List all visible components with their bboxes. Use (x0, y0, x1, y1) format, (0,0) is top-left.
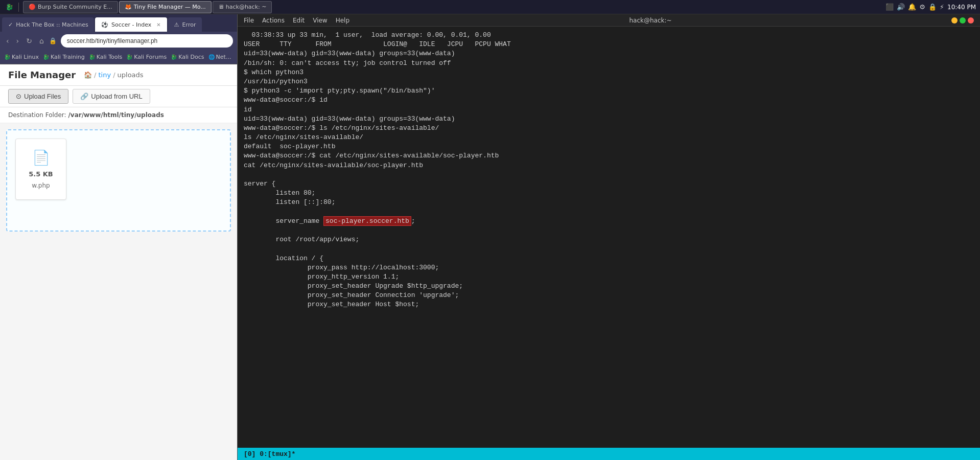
term-line-server-name: server_name soc-player.soccer.htb; (244, 217, 974, 226)
upload-dropzone[interactable]: 📄 5.5 KB w.php (6, 129, 231, 232)
settings-icon[interactable]: ⚙ (919, 3, 925, 11)
kali-training-icon: 🐉 (43, 54, 49, 60)
term-line-3: /bin/sh: 0: can't access tty; job contro… (244, 59, 974, 68)
term-line-25: proxy_pass http://localhost:3000; (244, 263, 974, 272)
close-btn[interactable] (968, 17, 974, 24)
file-name: w.php (32, 182, 50, 189)
terminal-body[interactable]: 03:38:33 up 33 min, 1 user, load average… (238, 27, 980, 448)
taskbar-btn-terminal[interactable]: 🖥 hack@hack: ~ (213, 1, 272, 13)
term-line-11: ls /etc/nginx/sites-available/ (244, 133, 974, 142)
address-input[interactable] (61, 34, 233, 48)
volume-icon[interactable]: 🔊 (897, 3, 905, 11)
tab-soccer[interactable]: ⚽ Soccer - Index ✕ (95, 17, 167, 32)
highlighted-server-name: soc-player.soccer.htb (323, 216, 411, 226)
breadcrumb-uploads: uploads (118, 71, 144, 79)
firefox-icon: 🦊 (125, 4, 132, 10)
taskbar-btn-firefox[interactable]: 🦊 Tiny File Manager — Mo... (119, 1, 212, 13)
term-line-2: uid=33(www-data) gid=33(www-data) groups… (244, 49, 974, 58)
kali-tools-icon: 🐉 (89, 54, 95, 60)
tab-close-soccer[interactable]: ✕ (156, 22, 160, 28)
terminal-statusbar: [0] 0:[tmux]* (238, 448, 980, 460)
notifications-icon[interactable]: 🔔 (908, 3, 916, 11)
window-controls (951, 17, 974, 24)
file-size: 5.5 KB (29, 170, 53, 178)
tab-favicon-soccer: ⚽ (101, 21, 108, 28)
nav-forward[interactable]: › (14, 36, 21, 46)
term-line-5: /usr/bin/python3 (244, 77, 974, 86)
bookmark-kali-tools[interactable]: 🐉 Kali Tools (89, 54, 122, 60)
tab-close-htb[interactable]: ✕ (94, 22, 94, 28)
breadcrumb: 🏠 / tiny / uploads (84, 71, 144, 79)
terminal-menubar: File Actions Edit View Help hack@hack:~ (238, 14, 980, 27)
tab-favicon-error: ⚠ (174, 21, 179, 28)
upload-from-url-button[interactable]: 🔗 Upload from URL (73, 89, 150, 104)
term-line-4: $ which python3 (244, 68, 974, 77)
taskbar-apps: 🔴 Burp Suite Community E... 🦊 Tiny File … (23, 1, 272, 13)
menu-actions[interactable]: Actions (262, 17, 285, 24)
term-line-blank2 (244, 226, 974, 235)
browser-panel: ✓ Hack The Box :: Machines ✕ ⚽ Soccer - … (0, 14, 238, 460)
secure-icon: 🔒 (49, 37, 57, 44)
bookmark-kali-training[interactable]: 🐉 Kali Training (43, 54, 85, 60)
bookmark-net[interactable]: 🌐 Net... (208, 54, 231, 60)
term-line-19 (244, 208, 974, 217)
nav-refresh[interactable]: ↻ (24, 36, 34, 46)
term-line-18: listen [::]:80; (244, 198, 974, 207)
burp-icon: 🔴 (29, 4, 36, 10)
browser-chrome: ✓ Hack The Box :: Machines ✕ ⚽ Soccer - … (0, 14, 237, 64)
kali-forums-icon: 🐉 (126, 54, 132, 60)
tmux-status: [0] 0:[tmux]* (244, 450, 295, 458)
menu-file[interactable]: File (244, 17, 254, 24)
term-line-blank3 (244, 244, 974, 254)
term-line-16: server { (244, 179, 974, 189)
breadcrumb-tiny[interactable]: tiny (99, 71, 111, 79)
menu-edit[interactable]: Edit (293, 17, 305, 24)
tab-error[interactable]: ⚠ Error (168, 17, 202, 32)
upload-files-icon: ⊙ (16, 93, 21, 100)
php-file-icon: 📄 (32, 149, 50, 166)
browser-tabs: ✓ Hack The Box :: Machines ✕ ⚽ Soccer - … (0, 14, 237, 32)
term-line-27: proxy_set_header Upgrade $http_upgrade; (244, 282, 974, 291)
tab-hackthebox[interactable]: ✓ Hack The Box :: Machines ✕ (2, 17, 94, 32)
nav-home[interactable]: ⌂ (37, 36, 46, 46)
net-icon: 🌐 (208, 54, 215, 60)
term-line-24: location / { (244, 254, 974, 263)
menu-help[interactable]: Help (336, 17, 349, 24)
lock-icon[interactable]: 🔒 (928, 3, 937, 11)
term-line-13: www-data@soccer:/$ cat /etc/nginx/sites-… (244, 151, 974, 160)
term-line-6: $ python3 -c 'import pty;pty.spawn("/bin… (244, 86, 974, 96)
term-line-8: id (244, 105, 974, 114)
fm-toolbar: ⊙ Upload Files 🔗 Upload from URL (0, 86, 237, 107)
maximize-btn[interactable] (960, 17, 966, 24)
home-icon: 🏠 (84, 71, 92, 79)
taskbar-right: ⬛ 🔊 🔔 ⚙ 🔒 ⚡ 10:40 PM (885, 3, 976, 11)
terminal-panel: File Actions Edit View Help hack@hack:~ … (238, 14, 980, 460)
address-bar: ‹ › ↻ ⌂ 🔒 (0, 32, 237, 50)
term-line-0: 03:38:33 up 33 min, 1 user, load average… (244, 31, 974, 40)
power-icon[interactable]: ⚡ (940, 3, 944, 11)
bookmark-kali-forums[interactable]: 🐉 Kali Forums (126, 54, 167, 60)
display-icon[interactable]: ⬛ (885, 3, 894, 11)
clock: 10:40 PM (947, 4, 976, 11)
terminal-title: hack@hack:~ (629, 17, 671, 24)
menu-view[interactable]: View (313, 17, 327, 24)
bookmark-kali-linux[interactable]: 🐉 Kali Linux (4, 54, 39, 60)
upload-url-icon: 🔗 (80, 93, 88, 100)
bookmark-kali-docs[interactable]: 🐉 Kali Docs (171, 54, 204, 60)
nav-back[interactable]: ‹ (4, 36, 11, 46)
term-line-29: proxy_set_header Host $host; (244, 300, 974, 309)
taskbar-btn-burp[interactable]: 🔴 Burp Suite Community E... (23, 1, 118, 13)
term-line-1: USER TTY FROM LOGIN@ IDLE JCPU PCPU WHAT (244, 40, 974, 49)
term-line-28: proxy_set_header Connection 'upgrade'; (244, 291, 974, 300)
kali-linux-icon: 🐉 (4, 54, 10, 60)
term-line-9: uid=33(www-data) gid=33(www-data) groups… (244, 114, 974, 124)
kali-dragon-icon[interactable]: 🐉 (4, 2, 14, 12)
minimize-btn[interactable] (951, 17, 958, 24)
term-line-26: proxy_http_version 1.1; (244, 272, 974, 282)
term-line-12: default soc-player.htb (244, 142, 974, 151)
fm-title: File Manager (8, 70, 76, 80)
terminal-icon: 🖥 (218, 4, 224, 10)
upload-files-button[interactable]: ⊙ Upload Files (8, 89, 68, 104)
fm-header: File Manager 🏠 / tiny / uploads (0, 64, 237, 86)
file-card-wphp[interactable]: 📄 5.5 KB w.php (15, 139, 66, 200)
